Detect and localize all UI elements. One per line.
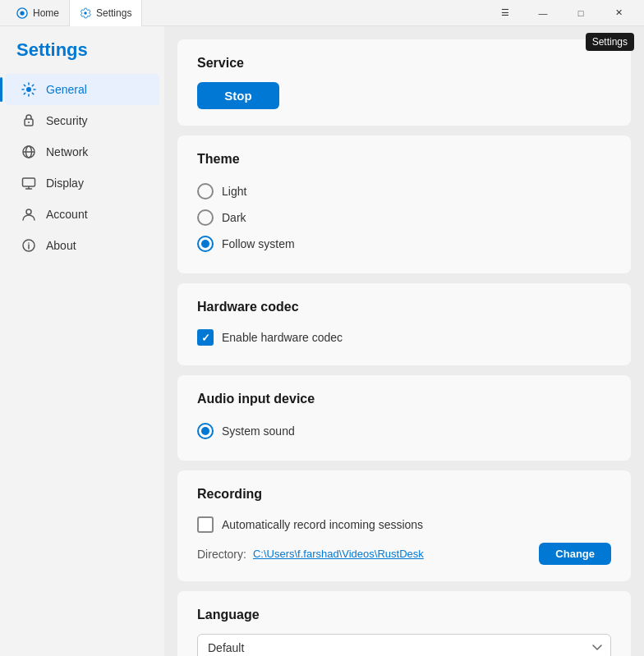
hardware-codec-checkbox-option[interactable]: Enable hardware codec [197,326,611,349]
sidebar-item-display-label: Display [46,177,84,190]
sidebar-item-network[interactable]: Network [5,136,159,167]
sidebar-item-general-label: General [46,83,87,96]
theme-follow-system-radio[interactable] [197,236,214,252]
language-select[interactable]: Default [197,634,611,656]
theme-light-label: Light [222,185,246,198]
theme-light-option[interactable]: Light [197,178,611,204]
settings-tab-icon [80,7,91,19]
service-title: Service [197,56,611,71]
hamburger-button[interactable]: ☰ [486,0,524,26]
content-area: Settings Service Stop Theme Light Dark F… [164,26,644,656]
sidebar-item-display[interactable]: Display [5,167,159,199]
network-icon [21,145,36,159]
theme-light-radio[interactable] [197,183,214,200]
svg-point-11 [26,209,31,214]
about-icon [21,238,36,253]
svg-point-14 [28,242,30,244]
general-icon [21,82,36,97]
recording-checkbox[interactable] [197,516,214,533]
sidebar-item-about-label: About [46,239,76,252]
service-card: Service Stop [177,39,631,126]
maximize-button[interactable]: □ [562,0,600,26]
theme-title: Theme [197,152,611,167]
settings-tab-label: Settings [96,7,131,19]
titlebar: Home Settings ☰ — □ ✕ [0,0,644,26]
sidebar-item-security[interactable]: Security [5,105,159,136]
close-button[interactable]: ✕ [600,0,637,26]
recording-checkbox-label: Automatically record incoming sessions [222,518,423,531]
window-controls: ☰ — □ ✕ [486,0,637,26]
audio-input-title: Audio input device [197,392,611,406]
settings-tooltip: Settings [586,33,634,51]
recording-title: Recording [197,487,611,502]
theme-dark-option[interactable]: Dark [197,204,611,231]
stop-button[interactable]: Stop [197,82,279,109]
language-card: Language Default [177,591,631,656]
account-icon [21,207,36,222]
sidebar-item-account-label: Account [46,208,88,221]
directory-label: Directory: [197,548,246,561]
security-icon [21,113,36,128]
hardware-codec-label: Enable hardware codec [222,331,343,344]
home-icon [16,7,28,19]
sidebar: Settings General Security [0,26,164,656]
directory-path[interactable]: C:\Users\f.farshad\Videos\RustDesk [253,548,532,560]
audio-system-sound-option[interactable]: System sound [197,418,611,444]
svg-rect-8 [23,178,35,186]
theme-dark-radio[interactable] [197,209,214,226]
directory-row: Directory: C:\Users\f.farshad\Videos\Rus… [197,543,611,565]
home-tab[interactable]: Home [7,0,70,26]
theme-follow-system-option[interactable]: Follow system [197,231,611,257]
sidebar-item-network-label: Network [46,145,88,158]
sidebar-item-general[interactable]: General [5,74,159,105]
sidebar-title: Settings [0,39,164,74]
language-title: Language [197,608,611,622]
svg-point-4 [28,122,30,123]
hardware-codec-card: Hardware codec Enable hardware codec [177,283,631,365]
audio-input-card: Audio input device System sound [177,375,631,461]
app-body: Settings General Security [0,26,644,656]
change-button[interactable]: Change [539,543,611,565]
display-icon [21,176,36,190]
theme-card: Theme Light Dark Follow system [177,135,631,273]
recording-checkbox-option[interactable]: Automatically record incoming sessions [197,513,611,536]
sidebar-item-account[interactable]: Account [5,199,159,230]
minimize-button[interactable]: — [524,0,562,26]
hardware-codec-checkbox[interactable] [197,329,214,346]
recording-card: Recording Automatically record incoming … [177,470,631,581]
audio-system-sound-label: System sound [222,424,295,438]
svg-point-1 [20,11,24,15]
hardware-codec-title: Hardware codec [197,300,611,314]
home-tab-label: Home [33,7,59,19]
theme-dark-label: Dark [222,211,246,224]
svg-point-2 [26,87,31,92]
sidebar-item-security-label: Security [46,114,88,127]
theme-follow-system-label: Follow system [222,237,295,250]
settings-tab[interactable]: Settings [70,0,142,26]
audio-system-sound-radio[interactable] [197,423,214,439]
sidebar-item-about[interactable]: About [5,230,159,261]
